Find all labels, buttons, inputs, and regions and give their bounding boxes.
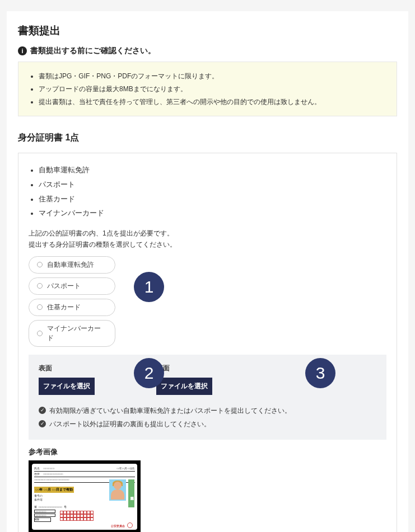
license-side-label: 運転免許証 bbox=[128, 479, 134, 507]
radio-icon bbox=[37, 262, 43, 267]
confirm-text: 書類提出する前にご確認ください。 bbox=[30, 46, 156, 56]
radio-label: マイナンバーカード bbox=[47, 324, 107, 343]
radio-icon bbox=[37, 331, 43, 336]
notice-item: 書類はJPG・GIF・PNG・PDFのフォーマットに限ります。 bbox=[39, 70, 385, 83]
license-photo bbox=[109, 479, 126, 501]
id-note: 上記の公的証明書の内、1点を提出が必要です。 提出する身分証明書の種類を選択して… bbox=[29, 228, 386, 251]
license-grid bbox=[60, 511, 99, 522]
upload-front-col: 表面 ファイルを選択 bbox=[39, 364, 95, 395]
step-badge-3: 3 bbox=[305, 358, 335, 388]
step-badge-1: 1 bbox=[134, 272, 164, 302]
radio-icon bbox=[37, 304, 43, 310]
radio-icon bbox=[37, 283, 43, 289]
check-icon: ✓ bbox=[39, 407, 46, 414]
radio-option-juki[interactable]: 住基カード bbox=[29, 299, 115, 316]
upload-back-col: 裏面 ファイルを選択 bbox=[156, 364, 212, 395]
page-title: 書類提出 bbox=[18, 23, 397, 38]
check-note-text: 有効期限が過ぎていない自動車運転免許またはパスポートを提出してください。 bbox=[49, 404, 291, 417]
check-notes: ✓ 有効期限が過ぎていない自動車運転免許またはパスポートを提出してください。 ✓… bbox=[39, 404, 376, 431]
radio-label: 住基カード bbox=[47, 303, 81, 312]
confirm-heading: i 書類提出する前にご確認ください。 bbox=[18, 46, 397, 56]
license-stamp-circle bbox=[127, 522, 133, 528]
reference-image: 氏名○○○○○○○○○○年○○月○○日生 住所○○○○○○○○○○○○○○ ○○… bbox=[29, 460, 141, 532]
check-icon: ✓ bbox=[39, 420, 46, 427]
reference-image-title: 参考画像 bbox=[29, 448, 386, 457]
id-type-item: 自動車運転免許 bbox=[39, 163, 386, 178]
id-type-list: 自動車運転免許 パスポート 住基カード マイナンバーカード bbox=[29, 163, 386, 221]
step-badge-2: 2 bbox=[134, 358, 164, 388]
notice-item: アップロードの容量は最大8MBまでになります。 bbox=[39, 83, 385, 96]
file-select-back-button[interactable]: ファイルを選択 bbox=[156, 378, 212, 395]
license-gold-stripe: ○○年 ○○月 ○○日まで有効 bbox=[34, 487, 74, 493]
radio-option-passport[interactable]: パスポート bbox=[29, 277, 115, 295]
license-stamp-text: 公安委員会 bbox=[111, 524, 125, 528]
radio-area: 自動車運転免許 パスポート 住基カード マイナンバーカード 1 bbox=[29, 256, 386, 347]
radio-option-mynumber[interactable]: マイナンバーカード bbox=[29, 320, 115, 347]
notice-box: 書類はJPG・GIF・PNG・PDFのフォーマットに限ります。 アップロードの容… bbox=[18, 62, 397, 116]
notice-list: 書類はJPG・GIF・PNG・PDFのフォーマットに限ります。 アップロードの容… bbox=[30, 70, 385, 108]
notice-item: 提出書類は、当社で責任を持って管理し、第三者への開示や他の目的での使用は致しませ… bbox=[39, 96, 385, 109]
id-type-item: 住基カード bbox=[39, 192, 386, 207]
id-section: 自動車運転免許 パスポート 住基カード マイナンバーカード 上記の公的証明書の内… bbox=[18, 153, 397, 532]
id-section-title: 身分証明書 1点 bbox=[18, 132, 397, 144]
radio-label: パスポート bbox=[47, 281, 81, 291]
radio-label: 自動車運転免許 bbox=[47, 260, 94, 270]
main-card: 書類提出 i 書類提出する前にご確認ください。 書類はJPG・GIF・PNG・P… bbox=[7, 11, 408, 532]
check-note-text: パスポート以外は証明書の裏面も提出してください。 bbox=[49, 417, 211, 431]
id-type-item: マイナンバーカード bbox=[39, 206, 386, 221]
file-select-front-button[interactable]: ファイルを選択 bbox=[39, 378, 95, 395]
radio-option-license[interactable]: 自動車運転免許 bbox=[29, 256, 115, 274]
upload-front-label: 表面 bbox=[39, 364, 95, 373]
info-icon: i bbox=[18, 46, 27, 55]
upload-back-label: 裏面 bbox=[156, 364, 212, 373]
upload-box: 表面 ファイルを選択 裏面 ファイルを選択 2 3 ✓ 有効期限が過ぎていない自… bbox=[29, 355, 386, 440]
id-type-item: パスポート bbox=[39, 178, 386, 192]
license-card-sample: 氏名○○○○○○○○○○年○○月○○日生 住所○○○○○○○○○○○○○○ ○○… bbox=[32, 464, 137, 530]
